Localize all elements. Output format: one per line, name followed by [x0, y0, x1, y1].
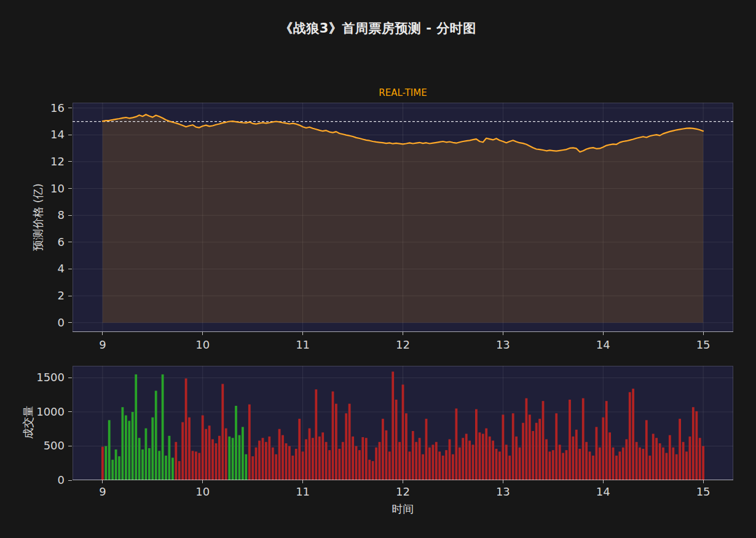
tick-mark: [102, 332, 103, 335]
x-tick-label: 13: [481, 485, 524, 499]
x-tick-label: 11: [282, 338, 325, 352]
tick-mark: [603, 480, 604, 483]
y-tick-label: 0: [26, 316, 65, 330]
x-tick-label: 10: [181, 485, 224, 499]
tick-mark: [68, 215, 72, 216]
y-tick-label: 500: [26, 439, 65, 453]
tick-mark: [68, 296, 72, 296]
price-panel: [73, 103, 733, 332]
x-tick-label: 14: [581, 485, 624, 499]
y-tick-label: 4: [26, 262, 65, 275]
tick-mark: [503, 332, 503, 335]
tick-mark: [68, 135, 72, 135]
y-tick-label: 6: [26, 235, 65, 249]
tick-mark: [68, 188, 72, 189]
x-tick-label: 12: [382, 485, 425, 499]
y-tick-label: 16: [26, 101, 65, 115]
tick-mark: [703, 332, 704, 335]
tick-mark: [68, 446, 72, 446]
tick-mark: [68, 161, 72, 162]
y-tick-label: 8: [26, 208, 65, 222]
tick-mark: [68, 411, 72, 412]
y-tick-label: 1500: [26, 371, 65, 384]
tick-mark: [503, 480, 503, 483]
x-tick-label: 9: [81, 485, 124, 499]
x-tick-label: 11: [282, 485, 325, 499]
x-tick-label: 15: [682, 485, 725, 499]
tick-mark: [68, 242, 72, 242]
x-axis-label: 时间: [73, 502, 733, 516]
tick-mark: [403, 332, 403, 335]
tick-mark: [202, 332, 203, 335]
x-tick-label: 10: [181, 338, 224, 352]
volume-panel: [73, 366, 733, 480]
x-tick-label: 14: [581, 338, 624, 352]
tick-mark: [603, 332, 604, 335]
y-tick-label: 12: [26, 155, 65, 168]
tick-mark: [202, 480, 203, 483]
tick-mark: [68, 269, 72, 269]
tick-mark: [302, 480, 303, 483]
x-tick-label: 15: [682, 338, 725, 352]
tick-mark: [68, 480, 72, 481]
y-tick-label: 1000: [26, 405, 65, 419]
y-tick-label: 2: [26, 289, 65, 303]
volume-chart-svg: [73, 366, 733, 480]
tick-mark: [68, 322, 72, 323]
x-tick-label: 12: [382, 338, 425, 352]
x-tick-label: 13: [481, 338, 524, 352]
tick-mark: [68, 378, 72, 378]
y-tick-label: 14: [26, 128, 65, 141]
tick-mark: [68, 108, 72, 108]
tick-mark: [703, 480, 704, 483]
y-tick-label: 0: [26, 473, 65, 487]
price-chart-svg: [73, 103, 733, 332]
tick-mark: [302, 332, 303, 335]
y-tick-label: 10: [26, 182, 65, 196]
tick-mark: [403, 480, 403, 483]
realtime-label: REAL-TIME: [73, 87, 733, 98]
tick-mark: [102, 480, 103, 483]
chart-title: 《战狼3》首周票房预测 - 分时图: [0, 20, 756, 37]
x-tick-label: 9: [81, 338, 124, 352]
